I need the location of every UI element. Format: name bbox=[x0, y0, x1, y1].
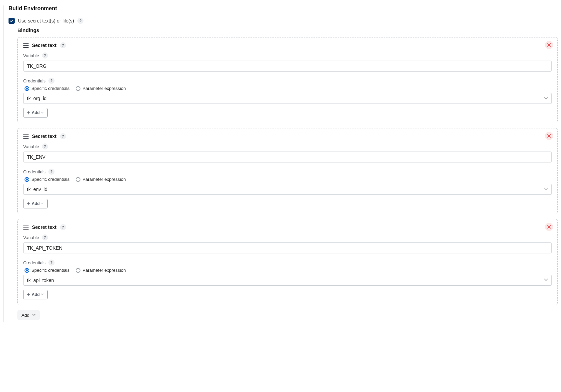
add-binding-label: Add bbox=[21, 313, 29, 318]
help-icon[interactable]: ? bbox=[42, 52, 48, 59]
bindings-title: Bindings bbox=[17, 27, 558, 33]
check-icon bbox=[10, 19, 14, 23]
add-binding-button[interactable]: Add bbox=[17, 310, 40, 320]
radio-label: Parameter expression bbox=[82, 268, 126, 273]
credentials-select-wrap: tk_org_id bbox=[23, 93, 552, 104]
plus-icon bbox=[27, 202, 30, 205]
add-label: Add bbox=[32, 201, 40, 206]
credentials-label: Credentials bbox=[23, 260, 46, 265]
close-icon bbox=[547, 225, 551, 229]
credentials-mode-radio-group: Specific credentials Parameter expressio… bbox=[25, 177, 552, 182]
caret-down-icon bbox=[41, 292, 44, 297]
radio-parameter-expression[interactable]: Parameter expression bbox=[76, 86, 126, 91]
binding-item: Secret text ? Variable ? Credentials ? S… bbox=[17, 37, 558, 123]
credentials-mode-radio-group: Specific credentials Parameter expressio… bbox=[25, 86, 552, 91]
credentials-select[interactable]: tk_api_token bbox=[23, 275, 552, 286]
credentials-label: Credentials bbox=[23, 169, 46, 174]
add-credentials-button[interactable]: Add bbox=[23, 290, 48, 299]
binding-header: Secret text ? bbox=[23, 224, 552, 230]
radio-specific-credentials[interactable]: Specific credentials bbox=[25, 177, 70, 182]
credentials-select-value: tk_env_id bbox=[27, 187, 47, 192]
variable-label-row: Variable ? bbox=[23, 143, 552, 150]
radio-icon bbox=[76, 177, 80, 182]
caret-down-icon bbox=[41, 110, 44, 115]
delete-binding-button[interactable] bbox=[545, 223, 553, 231]
close-icon bbox=[547, 43, 551, 47]
radio-label: Parameter expression bbox=[82, 86, 126, 91]
credentials-label-row: Credentials ? bbox=[23, 169, 552, 175]
radio-label: Parameter expression bbox=[82, 177, 126, 182]
binding-item: Secret text ? Variable ? Credentials ? S… bbox=[17, 219, 558, 305]
radio-icon bbox=[76, 268, 80, 273]
drag-handle-icon[interactable] bbox=[23, 134, 29, 139]
help-icon[interactable]: ? bbox=[60, 42, 66, 48]
variable-label: Variable bbox=[23, 144, 39, 149]
radio-specific-credentials[interactable]: Specific credentials bbox=[25, 268, 70, 273]
use-secrets-row: Use secret text(s) or file(s) ? bbox=[9, 18, 558, 24]
close-icon bbox=[547, 134, 551, 138]
radio-label: Specific credentials bbox=[31, 86, 70, 91]
help-icon[interactable]: ? bbox=[42, 143, 48, 150]
radio-icon bbox=[25, 268, 29, 273]
plus-icon bbox=[27, 293, 30, 296]
radio-parameter-expression[interactable]: Parameter expression bbox=[76, 177, 126, 182]
binding-header: Secret text ? bbox=[23, 42, 552, 48]
chevron-down-icon bbox=[32, 313, 36, 318]
drag-handle-icon[interactable] bbox=[23, 225, 29, 230]
radio-label: Specific credentials bbox=[31, 268, 70, 273]
credentials-select-value: tk_api_token bbox=[27, 278, 54, 283]
help-icon[interactable]: ? bbox=[48, 78, 55, 84]
add-label: Add bbox=[32, 292, 40, 297]
credentials-select-wrap: tk_env_id bbox=[23, 184, 552, 195]
variable-input[interactable] bbox=[23, 242, 552, 253]
binding-type-label: Secret text bbox=[32, 134, 57, 139]
radio-icon bbox=[25, 177, 29, 182]
help-icon[interactable]: ? bbox=[60, 224, 66, 230]
help-icon[interactable]: ? bbox=[60, 133, 66, 139]
add-label: Add bbox=[32, 110, 40, 115]
credentials-select[interactable]: tk_env_id bbox=[23, 184, 552, 195]
credentials-select[interactable]: tk_org_id bbox=[23, 93, 552, 104]
binding-item: Secret text ? Variable ? Credentials ? S… bbox=[17, 128, 558, 214]
help-icon[interactable]: ? bbox=[48, 260, 55, 266]
use-secrets-checkbox[interactable] bbox=[9, 18, 15, 24]
add-credentials-button[interactable]: Add bbox=[23, 108, 48, 117]
help-icon[interactable]: ? bbox=[77, 18, 84, 24]
radio-specific-credentials[interactable]: Specific credentials bbox=[25, 86, 70, 91]
variable-label-row: Variable ? bbox=[23, 52, 552, 59]
section-title: Build Environment bbox=[9, 5, 558, 12]
credentials-label-row: Credentials ? bbox=[23, 78, 552, 84]
radio-label: Specific credentials bbox=[31, 177, 70, 182]
variable-label: Variable bbox=[23, 235, 39, 240]
bindings-list: Secret text ? Variable ? Credentials ? S… bbox=[17, 37, 558, 305]
radio-icon bbox=[76, 86, 80, 91]
help-icon[interactable]: ? bbox=[42, 234, 48, 240]
credentials-label-row: Credentials ? bbox=[23, 260, 552, 266]
credentials-label: Credentials bbox=[23, 78, 46, 83]
radio-parameter-expression[interactable]: Parameter expression bbox=[76, 268, 126, 273]
add-credentials-button[interactable]: Add bbox=[23, 199, 48, 208]
binding-header: Secret text ? bbox=[23, 133, 552, 139]
credentials-select-wrap: tk_api_token bbox=[23, 275, 552, 286]
plus-icon bbox=[27, 111, 30, 114]
variable-input[interactable] bbox=[23, 61, 552, 72]
caret-down-icon bbox=[41, 201, 44, 206]
delete-binding-button[interactable] bbox=[545, 132, 553, 140]
variable-input[interactable] bbox=[23, 152, 552, 162]
help-icon[interactable]: ? bbox=[48, 169, 55, 175]
credentials-select-value: tk_org_id bbox=[27, 96, 47, 101]
variable-label: Variable bbox=[23, 53, 39, 58]
use-secrets-label: Use secret text(s) or file(s) bbox=[18, 18, 74, 23]
build-environment-section: Build Environment Use secret text(s) or … bbox=[3, 5, 558, 322]
binding-type-label: Secret text bbox=[32, 224, 57, 230]
radio-icon bbox=[25, 86, 29, 91]
delete-binding-button[interactable] bbox=[545, 41, 553, 49]
drag-handle-icon[interactable] bbox=[23, 43, 29, 48]
credentials-mode-radio-group: Specific credentials Parameter expressio… bbox=[25, 268, 552, 273]
variable-label-row: Variable ? bbox=[23, 234, 552, 240]
binding-type-label: Secret text bbox=[32, 43, 57, 48]
